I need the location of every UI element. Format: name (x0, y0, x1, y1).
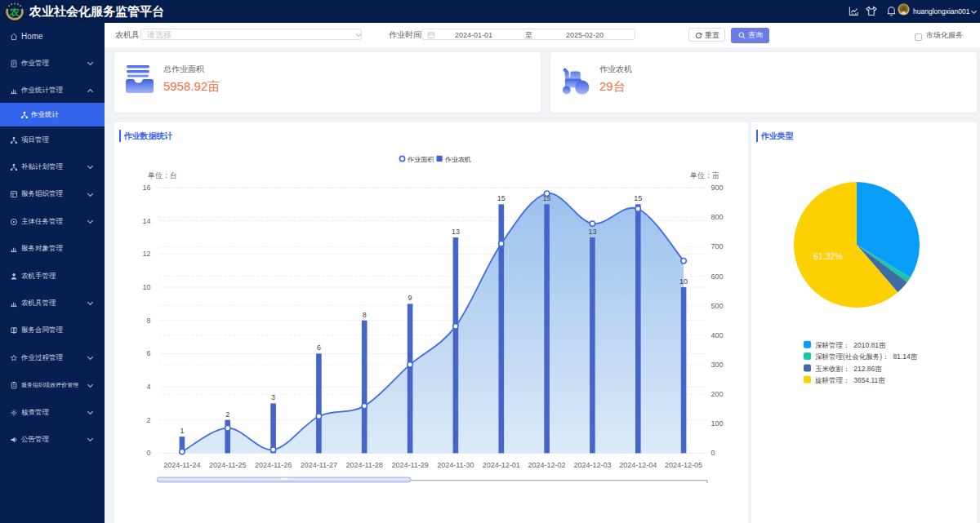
svg-text:15: 15 (634, 194, 642, 202)
svg-text:14: 14 (142, 217, 150, 225)
svg-text:13: 13 (588, 228, 596, 236)
svg-text:深耕管理： 2010.81亩: 深耕管理： 2010.81亩 (815, 341, 886, 349)
svg-text:8: 8 (363, 311, 367, 319)
svg-text:4: 4 (146, 383, 150, 391)
svg-text:15: 15 (497, 194, 506, 202)
svg-text:2024-11-25: 2024-11-25 (209, 461, 246, 469)
svg-text:200: 200 (711, 390, 724, 398)
svg-text:2024-11-29: 2024-11-29 (391, 461, 428, 469)
svg-text:12: 12 (142, 250, 150, 258)
svg-text:13: 13 (452, 228, 460, 236)
svg-text:单位：台: 单位：台 (148, 171, 177, 180)
svg-text:0: 0 (146, 449, 150, 457)
svg-text:2024-11-27: 2024-11-27 (301, 461, 337, 469)
svg-text:900: 900 (711, 184, 724, 192)
svg-text:1: 1 (180, 427, 184, 435)
svg-text:10: 10 (142, 283, 150, 291)
svg-text:深耕管理(社会化服务)： 81.14亩: 深耕管理(社会化服务)： 81.14亩 (815, 352, 918, 361)
svg-text:作业农机: 作业农机 (444, 156, 471, 163)
svg-text:800: 800 (711, 213, 724, 221)
svg-text:玉米收割： 212.86亩: 玉米收割： 212.86亩 (815, 365, 882, 373)
svg-text:2024-12-04: 2024-12-04 (619, 461, 657, 469)
svg-text:3: 3 (271, 393, 275, 401)
svg-text:2: 2 (146, 416, 150, 424)
svg-text:6: 6 (317, 343, 321, 352)
svg-text:16: 16 (142, 184, 150, 192)
svg-text:500: 500 (711, 302, 724, 310)
svg-text:单位：亩: 单位：亩 (690, 171, 719, 180)
svg-text:600: 600 (711, 273, 724, 281)
svg-text:2024-12-02: 2024-12-02 (528, 461, 566, 469)
svg-text:61.32%: 61.32% (813, 251, 843, 261)
svg-text:700: 700 (711, 242, 724, 250)
svg-text:2024-12-01: 2024-12-01 (483, 461, 520, 469)
svg-text:400: 400 (711, 331, 724, 339)
svg-text:2024-11-30: 2024-11-30 (437, 461, 474, 469)
svg-text:旋耕管理： 3654.11亩: 旋耕管理： 3654.11亩 (815, 376, 885, 384)
svg-text:300: 300 (711, 361, 724, 369)
svg-text:100: 100 (711, 419, 724, 428)
svg-text:2024-12-03: 2024-12-03 (573, 461, 611, 469)
svg-text:6: 6 (146, 349, 150, 357)
svg-text:2024-11-28: 2024-11-28 (346, 461, 383, 469)
svg-text:作业面积: 作业面积 (407, 156, 434, 163)
svg-text:2024-11-24: 2024-11-24 (163, 461, 200, 469)
svg-text:0: 0 (711, 449, 715, 457)
svg-text:2024-11-26: 2024-11-26 (255, 461, 292, 469)
svg-text:10: 10 (679, 277, 688, 286)
svg-text:9: 9 (408, 294, 412, 302)
svg-text:2: 2 (225, 410, 229, 419)
svg-text:农: 农 (9, 7, 20, 18)
svg-text:2024-12-05: 2024-12-05 (665, 461, 702, 469)
svg-text:8: 8 (146, 317, 150, 325)
